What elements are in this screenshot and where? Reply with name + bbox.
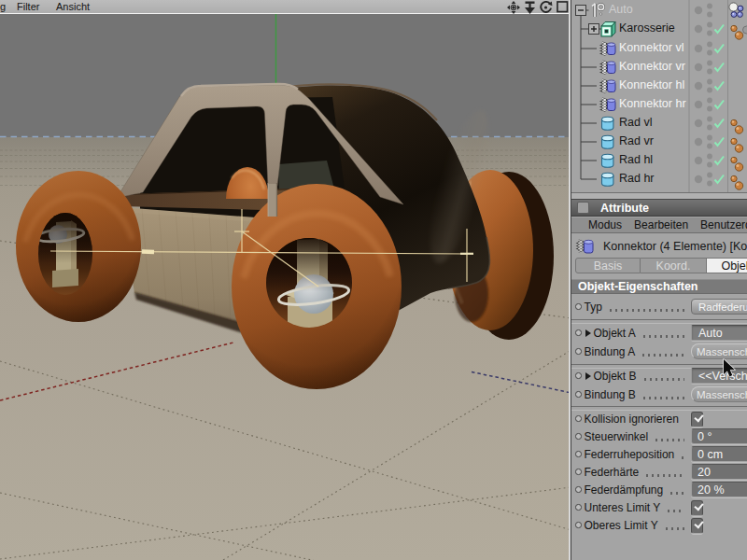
zoom-icon[interactable]	[524, 1, 536, 14]
enabled-check-icon[interactable]	[715, 157, 725, 165]
attribute-manager-menubar: Modus Bearbeiten Benutzerdaten	[571, 217, 747, 233]
dotted-leader	[680, 456, 684, 459]
dotted-leader	[666, 510, 684, 512]
dotted-leader	[664, 527, 684, 530]
panel-dock-icon[interactable]	[577, 202, 589, 214]
attr-row-oberes-limit-y: Oberes Limit Y	[575, 516, 747, 534]
attr-label: Federruheposition	[585, 448, 675, 461]
keyframe-circle[interactable]	[575, 433, 582, 440]
om-object-konnektor-hl[interactable]: Konnektor hl	[619, 78, 684, 91]
om-row-graphics	[581, 117, 743, 134]
om-row-graphics	[581, 154, 743, 172]
keyframe-circle[interactable]	[575, 415, 582, 422]
om-object-rad-vl[interactable]: Rad vl	[619, 116, 652, 129]
expand-triangle-icon[interactable]	[585, 372, 591, 380]
viewport-3d[interactable]: g Filter Ansicht	[0, 0, 571, 560]
enabled-check-icon[interactable]	[715, 175, 725, 184]
attribute-manager-body: Konnektor (4 Elemente) [Konnektor] Basis…	[571, 234, 747, 560]
keyframe-circle[interactable]	[575, 451, 582, 457]
enabled-check-icon[interactable]	[715, 25, 725, 34]
attr-row-steuerwinkel: Steuerwinkel0 °	[575, 427, 747, 445]
enabled-check-icon[interactable]	[715, 138, 725, 147]
field-federh-rte[interactable]: 20	[691, 464, 747, 480]
attr-label: Typ	[585, 301, 602, 314]
om-object-rad-hr[interactable]: Rad hr	[619, 172, 655, 185]
linkfield-objekt-a[interactable]: Auto	[691, 325, 747, 341]
attr-label: Objekt A	[594, 327, 636, 340]
attr-row-typ: TypRadfederung	[575, 298, 747, 315]
attr-row-federruheposition: Federruheposition0 cm	[575, 445, 747, 463]
attr-label: Kollision ignorieren	[585, 413, 679, 426]
keyframe-circle[interactable]	[575, 303, 582, 310]
attribute-manager-title: Attribute	[600, 202, 649, 215]
attr-row-objekt-a: Objekt AAuto	[575, 324, 747, 342]
viewport-toolbar	[0, 0, 571, 13]
om-object-konnektor-vl[interactable]: Konnektor vl	[619, 41, 684, 54]
field-federruheposition[interactable]: 0 cm	[691, 446, 747, 462]
rotate-icon[interactable]	[539, 1, 553, 14]
wheel-rear-left	[232, 184, 402, 389]
dynamics-body-tag[interactable]	[731, 138, 743, 152]
om-object-rad-hl[interactable]: Rad hl	[619, 153, 653, 166]
checkbox-unteres-limit-y[interactable]	[691, 500, 703, 516]
dynamics-body-tag[interactable]	[731, 175, 743, 189]
om-object-konnektor-hr[interactable]: Konnektor hr	[619, 97, 686, 110]
enabled-check-icon[interactable]	[715, 45, 725, 53]
maximize-icon[interactable]	[557, 1, 569, 13]
enabled-check-icon[interactable]	[715, 82, 725, 91]
checkbox-kollision-ignorieren[interactable]	[691, 412, 703, 427]
field-steuerwinkel[interactable]: 0 °	[691, 428, 747, 444]
attr-label: Bindung B	[585, 388, 636, 401]
am-menu-benutzerdaten[interactable]: Benutzerdaten	[700, 218, 747, 231]
om-object-auto[interactable]: Auto	[609, 3, 633, 16]
attr-row-bindung-b: Bindung BMassenschwerpunkt	[575, 385, 747, 403]
attr-label: Federdämpfung	[585, 483, 664, 497]
right-panel: AutoKarosserieKonnektor vlKonnektor vrKo…	[571, 0, 747, 560]
enabled-check-icon[interactable]	[715, 119, 725, 128]
attribute-rows: TypRadfederungObjekt AAutoBindung AMasse…	[571, 234, 747, 560]
panel-splitter[interactable]	[571, 192, 747, 200]
dynamics-body-tag[interactable]	[731, 157, 743, 171]
keyframe-circle[interactable]	[575, 469, 582, 475]
keyframe-circle[interactable]	[575, 391, 582, 398]
dynamics-body-tag[interactable]	[731, 119, 743, 133]
dotted-leader	[654, 439, 684, 441]
cinema4d-window: g Filter Ansicht	[0, 0, 747, 560]
pan-icon[interactable]	[507, 1, 520, 14]
keyframe-circle[interactable]	[575, 504, 582, 511]
keyframe-circle[interactable]	[575, 329, 582, 336]
field-federd-mpfung[interactable]: 20 %	[691, 482, 747, 497]
object-manager: AutoKarosserieKonnektor vlKonnektor vrKo…	[571, 0, 747, 192]
om-row-graphics	[581, 173, 743, 190]
group-separator	[571, 319, 747, 324]
dotted-leader	[641, 354, 684, 357]
attr-row-federd-mpfung: Federdämpfung20 %	[575, 481, 747, 498]
dynamics-body-tag[interactable]	[731, 25, 747, 39]
keyframe-circle[interactable]	[575, 348, 582, 355]
dropdown-bindung-a[interactable]: Massenschwerpunkt	[691, 343, 747, 359]
keyframe-circle[interactable]	[575, 486, 582, 493]
dotted-leader	[641, 397, 684, 399]
am-menu-bearbeiten[interactable]: Bearbeiten	[634, 218, 688, 231]
dotted-leader	[641, 335, 684, 338]
om-object-konnektor-vr[interactable]: Konnektor vr	[619, 60, 685, 73]
checkbox-oberes-limit-y[interactable]	[691, 518, 703, 534]
om-object-rad-vr[interactable]: Rad vr	[619, 134, 654, 147]
dropdown-typ[interactable]: Radfederung	[691, 299, 747, 315]
expand-triangle-icon[interactable]	[585, 329, 591, 337]
keyframe-circle[interactable]	[575, 522, 582, 528]
dynamics-connector-tag[interactable]	[729, 3, 743, 18]
attr-label: Bindung A	[585, 345, 636, 358]
mouse-cursor	[721, 358, 740, 381]
am-menu-modus[interactable]: Modus	[588, 218, 622, 231]
keyframe-circle[interactable]	[575, 372, 582, 379]
attr-label: Unteres Limit Y	[585, 501, 661, 514]
attr-row-federh-rte: Federhärte20	[575, 463, 747, 481]
dropdown-bindung-b[interactable]: Massenschwerpunkt	[691, 386, 747, 402]
dotted-leader	[669, 492, 684, 495]
enabled-check-icon[interactable]	[715, 101, 725, 109]
attribute-manager-titlebar: Attribute	[571, 200, 747, 217]
enabled-check-icon[interactable]	[715, 63, 725, 72]
attr-label: Oberes Limit Y	[585, 519, 658, 532]
om-object-karosserie[interactable]: Karosserie	[619, 21, 675, 35]
